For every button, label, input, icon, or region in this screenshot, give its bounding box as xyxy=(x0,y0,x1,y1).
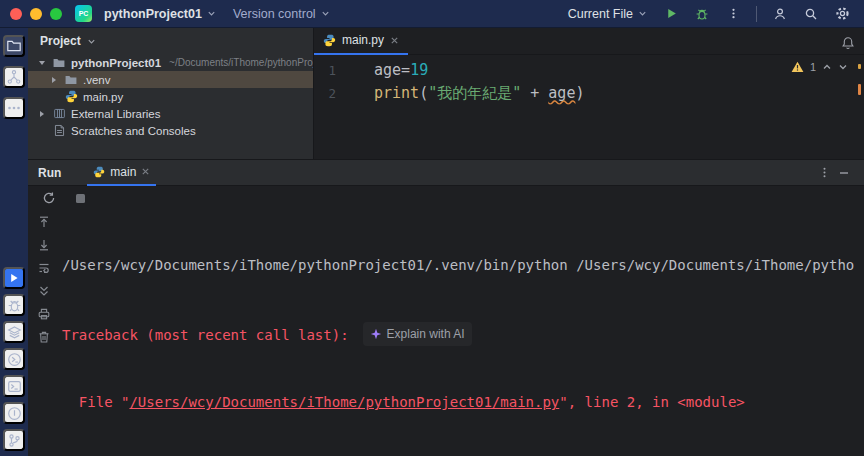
run-console-output[interactable]: /Users/wcy/Documents/iThome/pythonProjec… xyxy=(62,209,864,456)
expand-chevron-icon[interactable] xyxy=(36,111,47,117)
console-file-line: File "/Users/wcy/Documents/iThome/python… xyxy=(62,391,864,414)
up-the-stack-trace-button[interactable] xyxy=(36,214,52,230)
python-console-tool-window-button[interactable] xyxy=(3,348,25,370)
project-tree: pythonProject01 ~/Documents/iThome/pytho… xyxy=(28,54,313,139)
debug-button[interactable] xyxy=(690,2,714,26)
project-tool-button[interactable] xyxy=(3,35,25,57)
structure-icon xyxy=(6,69,22,85)
run-button[interactable] xyxy=(659,2,683,26)
git-branch-icon xyxy=(7,433,22,448)
python-file-icon xyxy=(63,90,79,103)
tree-row-venv[interactable]: .venv xyxy=(28,71,313,88)
tree-row-external-libraries[interactable]: External Libraries xyxy=(28,105,313,122)
window-close-button[interactable] xyxy=(10,8,22,20)
bell-icon xyxy=(841,36,855,50)
hide-tool-window-button[interactable] xyxy=(834,163,854,183)
code-with-me-button[interactable] xyxy=(768,2,792,26)
python-file-icon xyxy=(323,34,336,47)
code-line-2: 2 print("我的年紀是" + age) xyxy=(314,82,864,105)
traceback-file-link[interactable]: /Users/wcy/Documents/iThome/pythonProjec… xyxy=(129,394,559,410)
folder-icon xyxy=(6,38,22,54)
play-icon xyxy=(8,272,20,284)
chevron-down-icon xyxy=(321,9,330,18)
scrollbar-warning-mark[interactable] xyxy=(858,64,861,69)
explain-with-ai-button[interactable]: Explain with AI xyxy=(363,322,472,347)
ai-sparkle-icon xyxy=(370,328,382,340)
notifications-button[interactable] xyxy=(839,34,857,52)
debug-tool-window-button[interactable] xyxy=(3,294,25,316)
run-tool-window-button[interactable] xyxy=(3,267,25,289)
run-tool-window: Run main xyxy=(28,160,864,456)
structure-tool-button[interactable] xyxy=(3,66,25,88)
search-icon xyxy=(804,7,818,21)
run-toolbar xyxy=(28,186,864,210)
version-control-widget-button[interactable]: Version control xyxy=(228,4,335,24)
stop-button[interactable] xyxy=(71,189,89,207)
library-icon xyxy=(51,107,67,120)
clear-all-button[interactable] xyxy=(36,329,52,345)
run-tool-window-header: Run main xyxy=(28,160,864,186)
more-actions-button[interactable] xyxy=(721,2,745,26)
settings-button[interactable] xyxy=(830,2,854,26)
window-minimize-button[interactable] xyxy=(30,8,42,20)
rerun-button[interactable] xyxy=(40,189,58,207)
python-file-icon xyxy=(93,166,105,178)
code-editor[interactable]: 1 age=19 2 print("我的年紀是" + age) xyxy=(314,59,864,105)
tree-item-label: External Libraries xyxy=(71,108,160,120)
run-tab-label: main xyxy=(110,165,136,179)
terminal-tool-window-button[interactable] xyxy=(3,375,25,397)
tree-row-scratches[interactable]: Scratches and Consoles xyxy=(28,122,313,139)
editor-tab-main-py[interactable]: main.py xyxy=(314,28,408,55)
close-icon[interactable] xyxy=(141,167,150,176)
project-panel: Project pythonProject01 ~/Documents/iTho… xyxy=(28,28,314,160)
run-tab-main[interactable]: main xyxy=(87,160,156,186)
soft-wrap-button[interactable] xyxy=(36,260,52,276)
editor-tab-label: main.py xyxy=(342,33,384,47)
console-traceback-header: Traceback (most recent call last):Explai… xyxy=(62,322,864,347)
editor-tab-bar: main.py xyxy=(314,28,864,55)
console-command-line: /Users/wcy/Documents/iThome/pythonProjec… xyxy=(62,254,864,277)
version-control-label: Version control xyxy=(233,7,316,21)
close-icon[interactable] xyxy=(390,36,399,45)
titlebar-separator xyxy=(756,6,757,22)
project-widget-button[interactable]: pythonProject01 xyxy=(99,4,221,24)
editor-area: main.py 1 1 age=19 2 print("我的年紀是" + age… xyxy=(314,28,864,160)
more-tool-windows-button[interactable] xyxy=(3,97,25,119)
kebab-menu-icon xyxy=(727,7,740,20)
rerun-icon xyxy=(42,191,56,205)
gear-icon xyxy=(835,6,850,21)
printer-icon xyxy=(37,307,51,321)
more-horizontal-icon xyxy=(6,100,22,116)
run-panel-options-button[interactable] xyxy=(814,163,834,183)
window-controls xyxy=(10,8,62,20)
code-text: age=19 xyxy=(374,59,428,82)
down-the-stack-trace-button[interactable] xyxy=(36,237,52,253)
expand-chevron-icon[interactable] xyxy=(36,61,47,65)
tree-item-path: ~/Documents/iThome/pythonProject01 xyxy=(169,57,313,68)
project-panel-header[interactable]: Project xyxy=(28,28,313,54)
services-tool-window-button[interactable] xyxy=(3,321,25,343)
left-tool-strip xyxy=(0,28,28,456)
bug-icon xyxy=(7,298,22,313)
arrow-down-icon xyxy=(37,238,51,252)
tree-item-label: Scratches and Consoles xyxy=(71,125,196,137)
window-zoom-button[interactable] xyxy=(50,8,62,20)
left-strip-top-group xyxy=(0,35,28,119)
expand-chevron-icon[interactable] xyxy=(48,77,59,83)
version-control-tool-window-button[interactable] xyxy=(3,429,25,451)
scrollbar-warning-mark[interactable] xyxy=(858,84,861,95)
line-number: 2 xyxy=(314,82,336,105)
search-everywhere-button[interactable] xyxy=(799,2,823,26)
scratch-file-icon xyxy=(51,124,67,137)
terminal-icon xyxy=(7,379,22,394)
tree-item-label: .venv xyxy=(83,74,111,86)
run-configuration-selector[interactable]: Current File xyxy=(563,4,652,24)
scroll-to-end-button[interactable] xyxy=(36,283,52,299)
tree-row-main-py[interactable]: main.py xyxy=(28,88,313,105)
kebab-menu-icon xyxy=(818,166,831,179)
scroll-to-end-icon xyxy=(37,284,51,298)
print-button[interactable] xyxy=(36,306,52,322)
tree-row-project-root[interactable]: pythonProject01 ~/Documents/iThome/pytho… xyxy=(28,54,313,71)
pycharm-logo-icon: PC xyxy=(75,5,92,22)
history-tool-window-button[interactable] xyxy=(3,402,25,424)
